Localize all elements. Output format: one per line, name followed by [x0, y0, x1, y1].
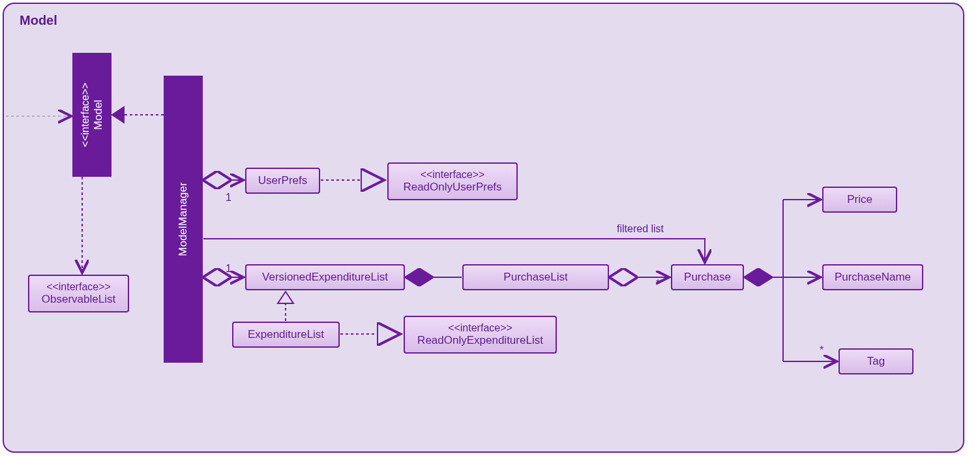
class-name: PurchaseList — [471, 271, 600, 284]
class-name: Model — [92, 100, 104, 130]
label-multiplicity: * — [820, 344, 824, 356]
class-purchase: Purchase — [671, 264, 744, 290]
label-multiplicity: * — [656, 278, 660, 290]
class-readonly-userprefs: <<interface>> ReadOnlyUserPrefs — [387, 162, 518, 200]
diagram-connectors: ObservableList (dashed dependency arrow … — [4, 4, 966, 454]
class-name: ExpenditureList — [241, 328, 331, 341]
stereotype-label: <<interface>> — [37, 281, 120, 293]
class-model-manager: ModelManager — [164, 76, 203, 363]
label-filtered-list: filtered list — [617, 223, 664, 235]
stereotype-label: <<interface>> — [413, 322, 548, 334]
class-name: ObservableList — [37, 293, 120, 306]
class-name: Tag — [848, 355, 904, 368]
class-name: PurchaseName — [831, 271, 914, 284]
class-name: Price — [831, 193, 888, 206]
label-multiplicity: 1 — [226, 192, 231, 204]
class-price: Price — [822, 187, 897, 213]
class-versioned-exp-list: VersionedExpenditureList — [245, 264, 405, 290]
class-user-prefs: UserPrefs — [245, 168, 320, 194]
svg-marker-10 — [278, 292, 293, 303]
class-name: ReadOnlyExpenditureList — [413, 334, 548, 347]
label-multiplicity: 1 — [226, 263, 231, 275]
class-name: ReadOnlyUserPrefs — [396, 181, 509, 194]
class-purchase-list: PurchaseList — [462, 264, 609, 290]
svg-marker-2 — [112, 107, 124, 123]
class-model-interface: <<interface>> Model — [72, 53, 111, 177]
class-name: UserPrefs — [254, 174, 311, 187]
class-tag: Tag — [839, 348, 913, 374]
class-expenditure-list: ExpenditureList — [232, 322, 340, 348]
class-purchase-name: PurchaseName — [822, 264, 923, 290]
stereotype-label: <<interface>> — [80, 83, 91, 147]
package-model: Model <<interface>> Model ModelManager <… — [3, 3, 964, 453]
package-title: Model — [20, 13, 57, 28]
class-name: ModelManager — [177, 182, 189, 256]
class-name: VersionedExpenditureList — [254, 271, 396, 284]
class-name: Purchase — [680, 271, 735, 284]
class-observable-list: <<interface>> ObservableList — [28, 275, 129, 312]
class-readonly-exp-list: <<interface>> ReadOnlyExpenditureList — [404, 316, 557, 354]
stereotype-label: <<interface>> — [396, 169, 509, 181]
